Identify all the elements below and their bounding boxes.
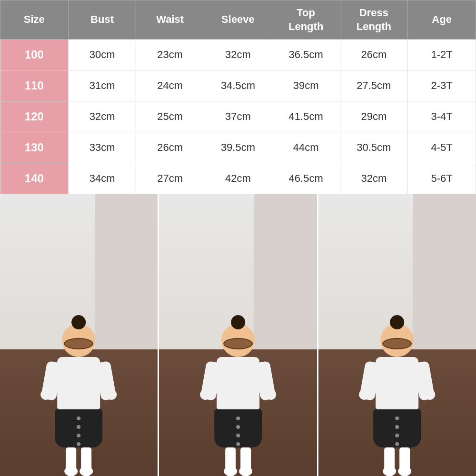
cell-size: 130 bbox=[0, 132, 69, 163]
table-cell: 29cm bbox=[340, 101, 408, 132]
table-cell: 1-2T bbox=[408, 40, 476, 70]
table-cell: 44cm bbox=[272, 132, 340, 163]
table-cell: 39cm bbox=[272, 70, 340, 101]
photo-section bbox=[0, 194, 476, 476]
cell-size: 100 bbox=[0, 40, 69, 70]
table-cell: 46.5cm bbox=[272, 163, 340, 194]
photo-3 bbox=[317, 194, 476, 476]
table-cell: 3-4T bbox=[408, 101, 476, 132]
table-row: 14034cm27cm42cm46.5cm32cm5-6T bbox=[0, 163, 476, 194]
cell-size: 120 bbox=[0, 101, 69, 132]
table-cell: 31cm bbox=[68, 70, 136, 101]
header-waist: Waist bbox=[136, 0, 204, 40]
header-size: Size bbox=[0, 0, 69, 40]
table-cell: 36.5cm bbox=[272, 40, 340, 70]
table-cell: 23cm bbox=[136, 40, 204, 70]
main-container: Size Bust Waist Sleeve TopLength DressLe… bbox=[0, 0, 476, 476]
table-cell: 24cm bbox=[136, 70, 204, 101]
table-cell: 27.5cm bbox=[340, 70, 408, 101]
header-sleeve: Sleeve bbox=[204, 0, 272, 40]
size-table-section: Size Bust Waist Sleeve TopLength DressLe… bbox=[0, 0, 476, 194]
table-cell: 34cm bbox=[68, 163, 136, 194]
table-cell: 30.5cm bbox=[340, 132, 408, 163]
table-cell: 5-6T bbox=[408, 163, 476, 194]
table-cell: 27cm bbox=[136, 163, 204, 194]
table-cell: 32cm bbox=[340, 163, 408, 194]
table-row: 12032cm25cm37cm41.5cm29cm3-4T bbox=[0, 101, 476, 132]
table-cell: 30cm bbox=[68, 40, 136, 70]
table-cell: 32cm bbox=[68, 101, 136, 132]
photo-2 bbox=[158, 194, 317, 476]
table-cell: 41.5cm bbox=[272, 101, 340, 132]
table-cell: 34.5cm bbox=[204, 70, 272, 101]
table-cell: 4-5T bbox=[408, 132, 476, 163]
table-cell: 37cm bbox=[204, 101, 272, 132]
table-cell: 39.5cm bbox=[204, 132, 272, 163]
header-age: Age bbox=[408, 0, 476, 40]
header-top-length: TopLength bbox=[272, 0, 340, 40]
photo-1 bbox=[0, 194, 158, 476]
header-bust: Bust bbox=[68, 0, 136, 40]
table-header-row: Size Bust Waist Sleeve TopLength DressLe… bbox=[0, 0, 476, 40]
header-dress-length: DressLength bbox=[340, 0, 408, 40]
table-cell: 32cm bbox=[204, 40, 272, 70]
size-table: Size Bust Waist Sleeve TopLength DressLe… bbox=[0, 0, 476, 194]
table-cell: 26cm bbox=[340, 40, 408, 70]
cell-size: 110 bbox=[0, 70, 69, 101]
table-cell: 2-3T bbox=[408, 70, 476, 101]
table-row: 11031cm24cm34.5cm39cm27.5cm2-3T bbox=[0, 70, 476, 101]
table-row: 10030cm23cm32cm36.5cm26cm1-2T bbox=[0, 40, 476, 70]
table-cell: 42cm bbox=[204, 163, 272, 194]
cell-size: 140 bbox=[0, 163, 69, 194]
table-cell: 26cm bbox=[136, 132, 204, 163]
table-cell: 25cm bbox=[136, 101, 204, 132]
table-cell: 33cm bbox=[68, 132, 136, 163]
table-row: 13033cm26cm39.5cm44cm30.5cm4-5T bbox=[0, 132, 476, 163]
